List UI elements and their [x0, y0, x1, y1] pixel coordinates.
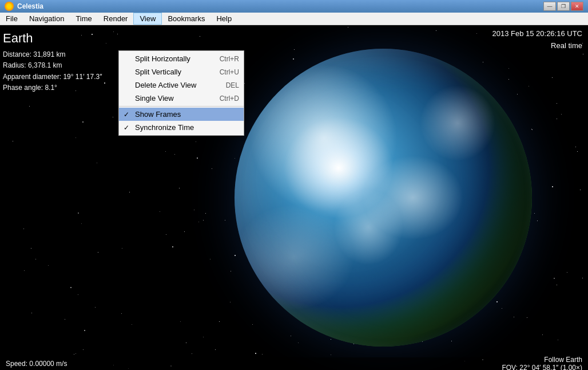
menu-split-vertically[interactable]: Split Vertically Ctrl+U	[119, 65, 244, 78]
menu-show-frames[interactable]: ✓ Show Frames	[119, 108, 244, 121]
phase-angle-info: Phase angle: 8.1°	[3, 82, 102, 93]
single-view-shortcut: Ctrl+D	[208, 95, 239, 103]
delete-view-label: Delete Active View	[135, 81, 196, 89]
view-dropdown: Split Horizontally Ctrl+R Split Vertical…	[118, 50, 244, 136]
info-panel: Earth Distance: 31,891 km Radius: 6,378.…	[3, 28, 102, 93]
planet-name: Earth	[3, 28, 102, 48]
app-title: Celestia	[17, 2, 543, 10]
close-button[interactable]: ✕	[571, 2, 583, 11]
menu-render[interactable]: Render	[98, 13, 134, 25]
radius-info: Radius: 6,378.1 km	[3, 60, 102, 71]
follow-fov-group: Follow Earth FOV: 22° 04′ 58.1″ (1.00×)	[502, 356, 582, 370]
title-bar: Celestia — ❐ ✕	[0, 0, 588, 13]
menu-view[interactable]: View	[133, 13, 162, 25]
fov-status: FOV: 22° 04′ 58.1″ (1.00×)	[502, 364, 582, 370]
menu-help[interactable]: Help	[210, 13, 237, 25]
split-h-label: Split Horizontally	[135, 54, 190, 63]
speed-status: Speed: 0.00000 m/s	[6, 360, 67, 368]
app-icon	[5, 2, 14, 11]
menu-synchronize-time[interactable]: ✓ Synchronize Time	[119, 121, 244, 134]
window-controls: — ❐ ✕	[543, 2, 583, 11]
status-bar: Speed: 0.00000 m/s Follow Earth FOV: 22°…	[0, 357, 588, 370]
menu-delete-active-view[interactable]: Delete Active View DEL	[119, 78, 244, 92]
menu-bookmarks[interactable]: Bookmarks	[162, 13, 210, 25]
menu-time[interactable]: Time	[70, 13, 97, 25]
datetime-panel: 2013 Feb 15 20:26:16 UTC Real time	[492, 28, 582, 52]
split-v-label: Split Vertically	[135, 68, 181, 76]
menu-file[interactable]: File	[0, 13, 23, 25]
menu-bar: File Navigation Time Render View Bookmar…	[0, 13, 588, 25]
single-view-label: Single View	[135, 94, 174, 103]
time-mode-text: Real time	[492, 40, 582, 52]
minimize-button[interactable]: —	[543, 2, 556, 11]
apparent-diameter-info: Apparent diameter: 19° 11′ 17.3″	[3, 72, 102, 82]
distance-info: Distance: 31,891 km	[3, 49, 102, 60]
split-v-shortcut: Ctrl+U	[208, 68, 239, 76]
earth-globe	[235, 49, 532, 347]
menu-navigation[interactable]: Navigation	[23, 13, 70, 25]
follow-status: Follow Earth	[544, 356, 582, 364]
main-area: Earth Distance: 31,891 km Radius: 6,378.…	[0, 25, 588, 370]
menu-separator	[119, 106, 244, 107]
menu-split-horizontally[interactable]: Split Horizontally Ctrl+R	[119, 52, 244, 65]
datetime-text: 2013 Feb 15 20:26:16 UTC	[492, 28, 582, 40]
sync-time-label: Synchronize Time	[135, 123, 194, 132]
show-frames-label: Show Frames	[135, 110, 181, 119]
restore-button[interactable]: ❐	[557, 2, 570, 11]
delete-view-shortcut: DEL	[214, 81, 239, 89]
split-h-shortcut: Ctrl+R	[208, 55, 239, 63]
menu-single-view[interactable]: Single View Ctrl+D	[119, 92, 244, 105]
show-frames-check: ✓	[124, 111, 129, 119]
sync-time-check: ✓	[124, 124, 129, 132]
